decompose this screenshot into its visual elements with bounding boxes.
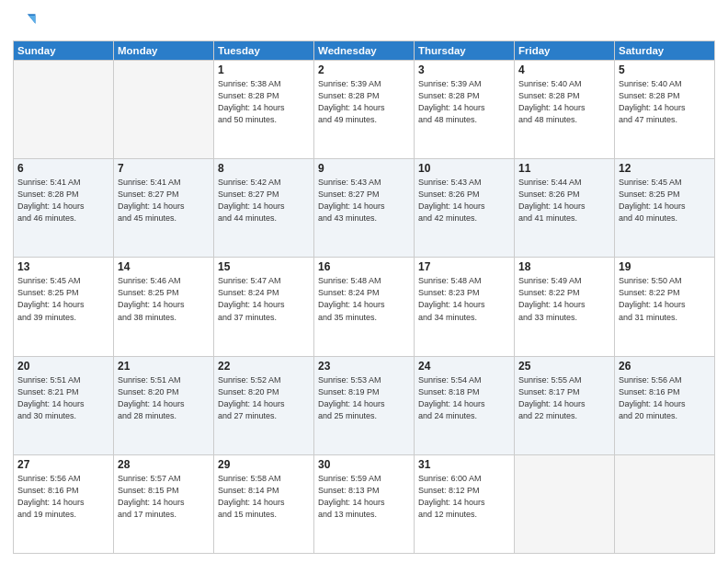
day-info: Sunrise: 5:52 AM Sunset: 8:20 PM Dayligh… bbox=[218, 374, 310, 422]
calendar-cell: 30Sunrise: 5:59 AM Sunset: 8:13 PM Dayli… bbox=[314, 454, 415, 553]
calendar-cell bbox=[515, 454, 615, 553]
calendar-cell: 31Sunrise: 6:00 AM Sunset: 8:12 PM Dayli… bbox=[415, 454, 515, 553]
calendar-cell: 15Sunrise: 5:47 AM Sunset: 8:24 PM Dayli… bbox=[214, 258, 314, 356]
day-number: 12 bbox=[619, 162, 711, 175]
day-number: 11 bbox=[518, 162, 610, 175]
day-number: 31 bbox=[418, 458, 510, 471]
calendar-cell bbox=[114, 61, 214, 159]
calendar-cell: 7Sunrise: 5:41 AM Sunset: 8:27 PM Daylig… bbox=[114, 159, 214, 258]
day-info: Sunrise: 5:56 AM Sunset: 8:16 PM Dayligh… bbox=[17, 473, 109, 521]
day-info: Sunrise: 5:47 AM Sunset: 8:24 PM Dayligh… bbox=[218, 275, 310, 323]
day-number: 22 bbox=[218, 360, 310, 373]
day-info: Sunrise: 5:48 AM Sunset: 8:23 PM Dayligh… bbox=[418, 275, 510, 323]
day-info: Sunrise: 5:43 AM Sunset: 8:27 PM Dayligh… bbox=[318, 177, 410, 224]
day-info: Sunrise: 5:39 AM Sunset: 8:28 PM Dayligh… bbox=[318, 78, 410, 126]
calendar-cell: 20Sunrise: 5:51 AM Sunset: 8:21 PM Dayli… bbox=[14, 356, 114, 454]
day-number: 2 bbox=[318, 63, 410, 76]
day-info: Sunrise: 5:41 AM Sunset: 8:27 PM Dayligh… bbox=[118, 177, 210, 224]
day-info: Sunrise: 6:00 AM Sunset: 8:12 PM Dayligh… bbox=[418, 473, 510, 521]
day-info: Sunrise: 5:55 AM Sunset: 8:17 PM Dayligh… bbox=[518, 374, 610, 422]
day-number: 10 bbox=[418, 162, 510, 175]
day-number: 6 bbox=[17, 162, 109, 175]
day-number: 18 bbox=[518, 260, 610, 273]
calendar-cell: 10Sunrise: 5:43 AM Sunset: 8:26 PM Dayli… bbox=[415, 159, 515, 258]
day-info: Sunrise: 5:40 AM Sunset: 8:28 PM Dayligh… bbox=[619, 78, 711, 126]
calendar-week-row: 20Sunrise: 5:51 AM Sunset: 8:21 PM Dayli… bbox=[14, 356, 715, 454]
day-number: 17 bbox=[418, 260, 510, 273]
day-number: 20 bbox=[17, 360, 109, 373]
day-info: Sunrise: 5:45 AM Sunset: 8:25 PM Dayligh… bbox=[17, 275, 109, 323]
day-info: Sunrise: 5:41 AM Sunset: 8:28 PM Dayligh… bbox=[17, 177, 109, 224]
calendar-header-saturday: Saturday bbox=[615, 41, 715, 61]
day-number: 21 bbox=[118, 360, 210, 373]
day-info: Sunrise: 5:48 AM Sunset: 8:24 PM Dayligh… bbox=[318, 275, 410, 323]
calendar-cell: 28Sunrise: 5:57 AM Sunset: 8:15 PM Dayli… bbox=[114, 454, 214, 553]
calendar: SundayMondayTuesdayWednesdayThursdayFrid… bbox=[13, 40, 715, 554]
calendar-cell: 2Sunrise: 5:39 AM Sunset: 8:28 PM Daylig… bbox=[314, 61, 415, 159]
calendar-cell bbox=[615, 454, 715, 553]
day-number: 13 bbox=[17, 260, 109, 273]
calendar-header-wednesday: Wednesday bbox=[314, 41, 415, 61]
day-info: Sunrise: 5:51 AM Sunset: 8:20 PM Dayligh… bbox=[118, 374, 210, 422]
day-info: Sunrise: 5:46 AM Sunset: 8:25 PM Dayligh… bbox=[118, 275, 210, 323]
day-number: 27 bbox=[17, 458, 109, 471]
day-number: 4 bbox=[518, 63, 610, 76]
calendar-week-row: 6Sunrise: 5:41 AM Sunset: 8:28 PM Daylig… bbox=[14, 159, 715, 258]
day-info: Sunrise: 5:38 AM Sunset: 8:28 PM Dayligh… bbox=[218, 78, 310, 126]
day-info: Sunrise: 5:53 AM Sunset: 8:19 PM Dayligh… bbox=[318, 374, 410, 422]
logo bbox=[13, 9, 42, 35]
day-number: 7 bbox=[118, 162, 210, 175]
day-info: Sunrise: 5:40 AM Sunset: 8:28 PM Dayligh… bbox=[518, 78, 610, 126]
calendar-cell: 3Sunrise: 5:39 AM Sunset: 8:28 PM Daylig… bbox=[415, 61, 515, 159]
day-info: Sunrise: 5:49 AM Sunset: 8:22 PM Dayligh… bbox=[518, 275, 610, 323]
calendar-header-friday: Friday bbox=[515, 41, 615, 61]
day-number: 9 bbox=[318, 162, 410, 175]
calendar-cell: 19Sunrise: 5:50 AM Sunset: 8:22 PM Dayli… bbox=[615, 258, 715, 356]
calendar-cell: 26Sunrise: 5:56 AM Sunset: 8:16 PM Dayli… bbox=[615, 356, 715, 454]
day-info: Sunrise: 5:39 AM Sunset: 8:28 PM Dayligh… bbox=[418, 78, 510, 126]
day-info: Sunrise: 5:44 AM Sunset: 8:26 PM Dayligh… bbox=[518, 177, 610, 224]
day-info: Sunrise: 5:45 AM Sunset: 8:25 PM Dayligh… bbox=[619, 177, 711, 224]
calendar-week-row: 27Sunrise: 5:56 AM Sunset: 8:16 PM Dayli… bbox=[14, 454, 715, 553]
day-number: 25 bbox=[518, 360, 610, 373]
day-number: 23 bbox=[318, 360, 410, 373]
calendar-cell: 5Sunrise: 5:40 AM Sunset: 8:28 PM Daylig… bbox=[615, 61, 715, 159]
day-info: Sunrise: 5:59 AM Sunset: 8:13 PM Dayligh… bbox=[318, 473, 410, 521]
day-number: 26 bbox=[619, 360, 711, 373]
calendar-cell: 18Sunrise: 5:49 AM Sunset: 8:22 PM Dayli… bbox=[515, 258, 615, 356]
day-number: 1 bbox=[218, 63, 310, 76]
day-number: 30 bbox=[318, 458, 410, 471]
calendar-header-monday: Monday bbox=[114, 41, 214, 61]
calendar-cell: 17Sunrise: 5:48 AM Sunset: 8:23 PM Dayli… bbox=[415, 258, 515, 356]
page-header bbox=[13, 9, 715, 35]
calendar-cell: 14Sunrise: 5:46 AM Sunset: 8:25 PM Dayli… bbox=[114, 258, 214, 356]
calendar-cell: 11Sunrise: 5:44 AM Sunset: 8:26 PM Dayli… bbox=[515, 159, 615, 258]
calendar-cell: 23Sunrise: 5:53 AM Sunset: 8:19 PM Dayli… bbox=[314, 356, 415, 454]
calendar-cell: 9Sunrise: 5:43 AM Sunset: 8:27 PM Daylig… bbox=[314, 159, 415, 258]
calendar-cell: 21Sunrise: 5:51 AM Sunset: 8:20 PM Dayli… bbox=[114, 356, 214, 454]
day-info: Sunrise: 5:43 AM Sunset: 8:26 PM Dayligh… bbox=[418, 177, 510, 224]
calendar-cell: 29Sunrise: 5:58 AM Sunset: 8:14 PM Dayli… bbox=[214, 454, 314, 553]
day-info: Sunrise: 5:50 AM Sunset: 8:22 PM Dayligh… bbox=[619, 275, 711, 323]
calendar-cell: 8Sunrise: 5:42 AM Sunset: 8:27 PM Daylig… bbox=[214, 159, 314, 258]
calendar-cell: 13Sunrise: 5:45 AM Sunset: 8:25 PM Dayli… bbox=[14, 258, 114, 356]
day-number: 28 bbox=[118, 458, 210, 471]
calendar-cell bbox=[14, 61, 114, 159]
calendar-cell: 24Sunrise: 5:54 AM Sunset: 8:18 PM Dayli… bbox=[415, 356, 515, 454]
calendar-cell: 4Sunrise: 5:40 AM Sunset: 8:28 PM Daylig… bbox=[515, 61, 615, 159]
day-number: 24 bbox=[418, 360, 510, 373]
day-number: 15 bbox=[218, 260, 310, 273]
day-info: Sunrise: 5:54 AM Sunset: 8:18 PM Dayligh… bbox=[418, 374, 510, 422]
calendar-cell: 12Sunrise: 5:45 AM Sunset: 8:25 PM Dayli… bbox=[615, 159, 715, 258]
day-number: 8 bbox=[218, 162, 310, 175]
calendar-cell: 25Sunrise: 5:55 AM Sunset: 8:17 PM Dayli… bbox=[515, 356, 615, 454]
calendar-header-sunday: Sunday bbox=[14, 41, 114, 61]
day-info: Sunrise: 5:56 AM Sunset: 8:16 PM Dayligh… bbox=[619, 374, 711, 422]
day-number: 16 bbox=[318, 260, 410, 273]
calendar-cell: 6Sunrise: 5:41 AM Sunset: 8:28 PM Daylig… bbox=[14, 159, 114, 258]
calendar-header-row: SundayMondayTuesdayWednesdayThursdayFrid… bbox=[14, 41, 715, 61]
calendar-cell: 16Sunrise: 5:48 AM Sunset: 8:24 PM Dayli… bbox=[314, 258, 415, 356]
day-number: 29 bbox=[218, 458, 310, 471]
day-number: 3 bbox=[418, 63, 510, 76]
calendar-week-row: 13Sunrise: 5:45 AM Sunset: 8:25 PM Dayli… bbox=[14, 258, 715, 356]
